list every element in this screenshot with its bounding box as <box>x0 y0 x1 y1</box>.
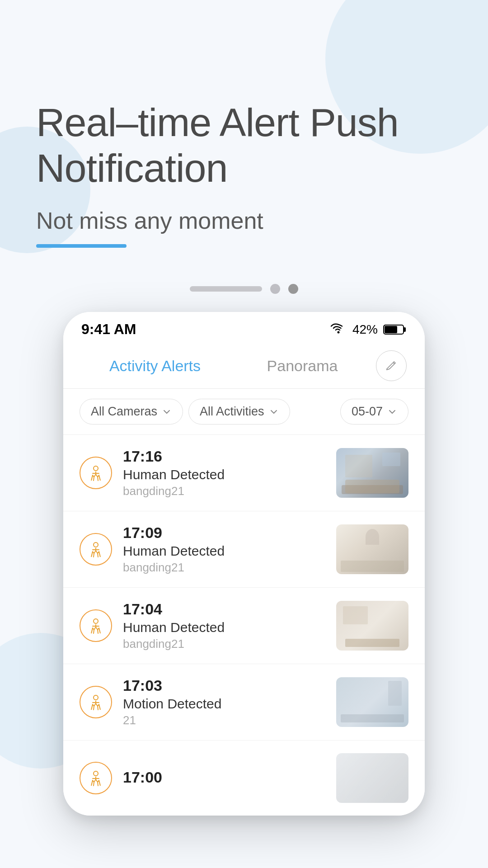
svg-point-7 <box>94 695 98 700</box>
activity-info-2: 17:09 Human Detected bangding21 <box>123 524 325 575</box>
activity-type: Human Detected <box>123 543 325 559</box>
activity-thumbnail <box>336 524 408 574</box>
pagination-progress-bar <box>190 286 262 292</box>
svg-point-5 <box>94 542 98 547</box>
svg-point-6 <box>94 619 98 623</box>
tab-activity-alerts[interactable]: Activity Alerts <box>81 353 229 379</box>
activity-time: 17:09 <box>123 524 325 542</box>
activity-list: 17:16 Human Detected bangding21 <box>63 435 425 816</box>
activity-camera: bangding21 <box>123 484 325 498</box>
status-bar: 9:41 AM 42% <box>63 312 425 343</box>
tab-bar: Activity Alerts Panorama <box>63 343 425 389</box>
activity-type: Human Detected <box>123 467 325 482</box>
filter-date-label: 05-07 <box>352 405 383 419</box>
tab-panorama[interactable]: Panorama <box>229 353 376 379</box>
activity-thumbnail <box>336 448 408 498</box>
chevron-down-icon-3 <box>387 407 397 417</box>
human-detected-icon-5 <box>80 762 112 794</box>
wifi-icon <box>330 322 347 337</box>
phone-mockup: 9:41 AM 42% <box>63 312 425 816</box>
status-right-icons: 42% <box>330 322 407 337</box>
pagination-dot-2[interactable] <box>288 284 298 294</box>
filter-row: All Cameras All Activities 05-07 <box>63 389 425 435</box>
activity-camera: bangding21 <box>123 637 325 651</box>
activity-info-4: 17:03 Motion Detected 21 <box>123 677 325 727</box>
activity-info-3: 17:04 Human Detected bangding21 <box>123 600 325 651</box>
activity-thumbnail <box>336 677 408 727</box>
svg-rect-3 <box>385 326 397 333</box>
activity-type: Human Detected <box>123 620 325 635</box>
filter-activities[interactable]: All Activities <box>188 399 290 425</box>
svg-point-4 <box>94 466 98 471</box>
human-detected-icon <box>80 457 112 489</box>
svg-point-8 <box>94 771 98 776</box>
human-detected-icon-3 <box>80 609 112 642</box>
filter-activities-label: All Activities <box>200 405 264 419</box>
activity-info-1: 17:16 Human Detected bangding21 <box>123 448 325 498</box>
subtitle-underline <box>36 244 127 248</box>
battery-percentage: 42% <box>352 322 378 337</box>
phone-mockup-container: 9:41 AM 42% <box>36 312 452 816</box>
main-subtitle: Not miss any moment <box>36 207 452 234</box>
activity-item[interactable]: 17:09 Human Detected bangding21 <box>63 511 425 588</box>
activity-item[interactable]: 17:03 Motion Detected 21 <box>63 664 425 741</box>
filter-date[interactable]: 05-07 <box>340 399 408 425</box>
status-time: 9:41 AM <box>81 321 136 338</box>
svg-point-0 <box>337 331 339 333</box>
filter-cameras-label: All Cameras <box>91 405 157 419</box>
activity-info-5: 17:00 <box>123 769 325 788</box>
activity-item[interactable]: 17:04 Human Detected bangding21 <box>63 588 425 664</box>
chevron-down-icon <box>162 407 172 417</box>
motion-detected-icon <box>80 686 112 718</box>
chevron-down-icon-2 <box>269 407 279 417</box>
activity-item[interactable]: 17:00 <box>63 741 425 816</box>
activity-time: 17:04 <box>123 600 325 618</box>
human-detected-icon-2 <box>80 533 112 566</box>
pagination-dot-1[interactable] <box>270 284 280 294</box>
main-headline: Real–time Alert Push Notification <box>36 99 452 191</box>
activity-time: 17:00 <box>123 769 325 786</box>
activity-time: 17:16 <box>123 448 325 465</box>
edit-button[interactable] <box>376 350 407 381</box>
activity-camera: bangding21 <box>123 561 325 575</box>
battery-icon <box>383 323 407 336</box>
activity-item[interactable]: 17:16 Human Detected bangding21 <box>63 435 425 511</box>
activity-thumbnail <box>336 753 408 803</box>
activity-thumbnail <box>336 601 408 651</box>
pagination-indicators <box>36 284 452 294</box>
activity-time: 17:03 <box>123 677 325 694</box>
filter-cameras[interactable]: All Cameras <box>80 399 183 425</box>
activity-camera: 21 <box>123 713 325 727</box>
svg-rect-2 <box>404 327 406 332</box>
activity-type: Motion Detected <box>123 696 325 712</box>
